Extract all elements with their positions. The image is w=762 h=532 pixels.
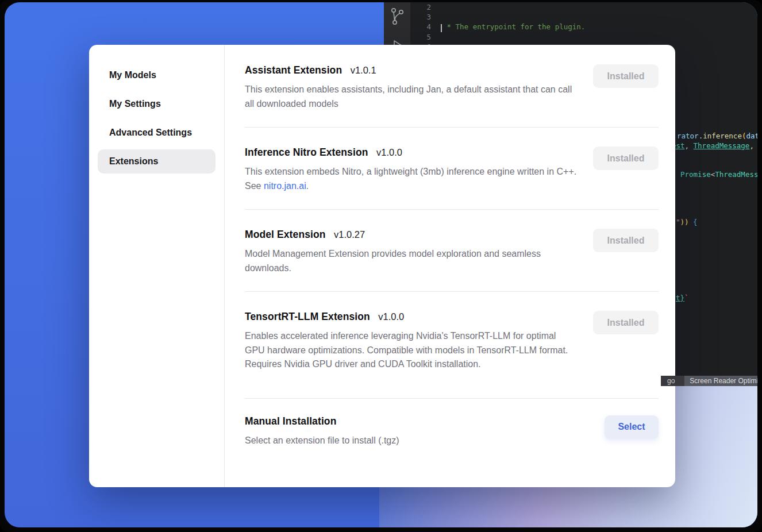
code-line-2: * The entrypoint for the plugin. [442, 22, 757, 32]
extension-row-model: Model Extension v1.0.27 Model Management… [245, 210, 659, 292]
extension-row-tensorrt: TensortRT-LLM Extension v1.0.0 Enables a… [245, 292, 659, 399]
extension-title: Inference Nitro Extension [245, 147, 368, 158]
extension-row-nitro: Inference Nitro Extension v1.0.0 This ex… [245, 128, 659, 210]
settings-modal: My Models My Settings Advanced Settings … [89, 45, 675, 487]
extension-version: v1.0.0 [378, 311, 404, 322]
sidebar-item-advanced-settings[interactable]: Advanced Settings [98, 121, 215, 145]
code-fragment-template: t}` [676, 294, 689, 302]
settings-sidebar: My Models My Settings Advanced Settings … [89, 45, 225, 487]
app-background: 2 3 4 5 6 * The entrypoint for the plugi… [5, 2, 757, 527]
extension-description: Enables accelerated inference leveraging… [245, 329, 578, 372]
extension-row-assistant: Assistant Extension v1.0.1 This extensio… [245, 45, 659, 128]
extension-title: TensortRT-LLM Extension [245, 311, 370, 322]
select-file-button[interactable]: Select [605, 415, 659, 439]
sidebar-item-my-settings[interactable]: My Settings [98, 92, 215, 116]
git-branch-icon [389, 7, 405, 29]
installed-button[interactable]: Installed [593, 311, 659, 334]
manual-installation-title: Manual Installation [245, 415, 336, 427]
screenshot-root: 2 3 4 5 6 * The entrypoint for the plugi… [0, 0, 762, 532]
extension-version: v1.0.27 [334, 229, 365, 240]
extension-description: Model Management Extension provides mode… [245, 247, 578, 275]
installed-button[interactable]: Installed [593, 64, 659, 88]
extension-title: Model Extension [245, 229, 326, 240]
status-bar-text: go [667, 377, 675, 385]
extension-version: v1.0.0 [376, 147, 402, 157]
extensions-list: Assistant Extension v1.0.1 This extensio… [225, 45, 675, 487]
screen-reader-status: Screen Reader Optimize [684, 376, 757, 386]
sidebar-item-extensions[interactable]: Extensions [98, 149, 215, 174]
installed-button[interactable]: Installed [593, 147, 659, 170]
manual-installation-row: Manual Installation Select an extension … [245, 399, 659, 463]
code-fragment-inference: rator.inference(data)); [677, 132, 757, 140]
editor-cursor [441, 24, 442, 32]
manual-installation-description: Select an extension file to install (.tg… [245, 434, 578, 448]
nitro-jan-ai-link[interactable]: nitro.jan.ai [264, 181, 306, 191]
extension-title: Assistant Extension [245, 64, 342, 76]
extension-description: This extension embeds Nitro, a lightweig… [245, 165, 578, 193]
sidebar-item-my-models[interactable]: My Models [98, 63, 215, 87]
extension-version: v1.0.1 [351, 65, 376, 75]
code-fragment-promise: Promise<ThreadMessage> [680, 170, 757, 179]
code-fragment-brace: ")) { [676, 218, 698, 226]
editor-status-bar: go Screen Reader Optimize [661, 376, 757, 386]
extension-description: This extension enables assistants, inclu… [245, 83, 578, 111]
installed-button[interactable]: Installed [593, 229, 659, 252]
